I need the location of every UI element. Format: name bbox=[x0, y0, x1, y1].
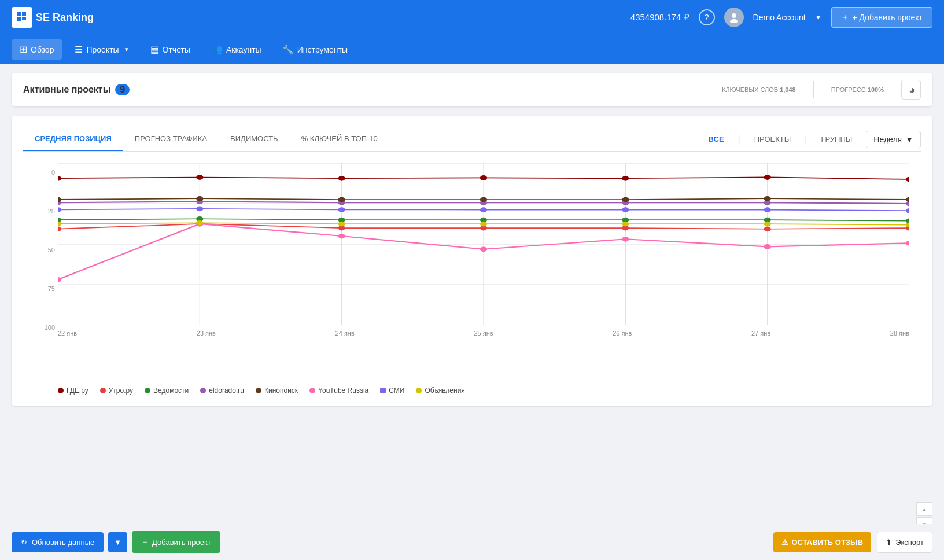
account-name[interactable]: Demo Account bbox=[753, 13, 806, 22]
svg-point-58 bbox=[764, 244, 771, 249]
header-right: 4354908.174 ₽ ? Demo Account ▼ ＋ + Добав… bbox=[630, 7, 932, 28]
nav-label-projects: Проекты bbox=[86, 45, 119, 54]
svg-point-21 bbox=[480, 175, 487, 180]
header-left: SE Ranking bbox=[12, 7, 94, 28]
y-label-0: 0 bbox=[23, 169, 55, 176]
svg-point-23 bbox=[764, 175, 771, 180]
feedback-button[interactable]: ⚠ ОСТАВИТЬ ОТЗЫВ bbox=[773, 532, 872, 552]
svg-rect-1 bbox=[22, 12, 26, 16]
logo-text: SE Ranking bbox=[36, 12, 94, 24]
legend-label-vedomosti: Ведомости bbox=[153, 386, 189, 395]
legend-vedomosti: Ведомости bbox=[145, 386, 189, 395]
project-title-area: Активные проекты 9 bbox=[23, 84, 130, 95]
legend-ads: Объявления bbox=[416, 386, 464, 395]
legend-label-gde: ГДЕ.ру bbox=[67, 386, 89, 395]
add-project-button[interactable]: ＋ + Добавить проект bbox=[831, 7, 932, 28]
chart-container: СРЕДНЯЯ ПОЗИЦИЯ ПРОГНОЗ ТРАФИКА ВИДИМОСТ… bbox=[12, 116, 932, 406]
bottom-bar: ↻ Обновить данные ▼ ＋ Добавить проект ⚠ … bbox=[0, 524, 944, 560]
refresh-dropdown-button[interactable]: ▼ bbox=[108, 532, 127, 552]
legend-dot-gde bbox=[58, 388, 64, 393]
legend-smi: СМИ bbox=[380, 386, 404, 395]
export-button[interactable]: ⬆ Экспорт bbox=[877, 532, 932, 553]
svg-point-47 bbox=[196, 196, 203, 201]
svg-point-5 bbox=[730, 19, 738, 23]
nav-item-projects[interactable]: ☰ Проекты ▼ bbox=[67, 39, 137, 60]
tab-traffic[interactable]: ПРОГНОЗ ТРАФИКА bbox=[123, 127, 219, 151]
legend-dot-youtube bbox=[309, 388, 315, 393]
tab-visibility[interactable]: ВИДИМОСТЬ bbox=[219, 127, 290, 151]
legend-gde: ГДЕ.ру bbox=[58, 386, 89, 395]
svg-point-57 bbox=[622, 237, 629, 242]
svg-point-50 bbox=[622, 197, 629, 202]
svg-point-62 bbox=[338, 207, 345, 212]
svg-point-64 bbox=[622, 207, 629, 212]
keywords-label: КЛЮЧЕВЫХ СЛОВ 1,048 bbox=[722, 86, 796, 93]
x-label-0: 22 янв bbox=[58, 330, 77, 337]
view-all-btn[interactable]: ВСЕ bbox=[704, 132, 729, 146]
svg-rect-0 bbox=[17, 12, 21, 16]
nav-label-overview: Обзор bbox=[31, 45, 54, 54]
tab-top10[interactable]: % КЛЮЧЕЙ В ТОП-10 bbox=[290, 127, 389, 151]
project-stats: КЛЮЧЕВЫХ СЛОВ 1,048 ПРОГРЕСС 100% bbox=[722, 80, 921, 100]
projects-dropdown-icon: ▼ bbox=[124, 46, 130, 53]
add-icon: ＋ bbox=[141, 537, 149, 547]
project-title: Активные проекты bbox=[23, 84, 110, 95]
legend-label-eldorado: eldorado.ru bbox=[209, 386, 244, 395]
svg-rect-2 bbox=[17, 17, 21, 21]
svg-point-30 bbox=[764, 226, 771, 231]
balance-display: 4354908.174 ₽ bbox=[630, 12, 689, 23]
svg-point-52 bbox=[906, 197, 909, 202]
add-project-bottom-button[interactable]: ＋ Добавить проект bbox=[132, 531, 220, 553]
help-button[interactable]: ? bbox=[699, 9, 715, 25]
svg-point-66 bbox=[906, 208, 909, 213]
svg-point-65 bbox=[764, 207, 771, 212]
view-groups-btn[interactable]: ГРУППЫ bbox=[816, 132, 857, 146]
scroll-up-button[interactable]: ▲ bbox=[916, 502, 932, 516]
header: SE Ranking 4354908.174 ₽ ? Demo Account … bbox=[0, 0, 944, 35]
refresh-button[interactable]: ↻ Обновить данные bbox=[12, 532, 104, 552]
avatar bbox=[724, 8, 744, 27]
chart-area: 0 25 50 75 100 bbox=[23, 157, 921, 377]
svg-rect-3 bbox=[22, 17, 26, 20]
x-label-4: 26 янв bbox=[613, 330, 632, 337]
feedback-icon: ⚠ bbox=[781, 538, 788, 547]
svg-point-22 bbox=[622, 176, 629, 181]
view-projects-btn[interactable]: ПРОЕКТЫ bbox=[750, 132, 796, 146]
svg-point-55 bbox=[338, 234, 345, 239]
nav-item-reports[interactable]: ▤ Отчеты bbox=[142, 39, 198, 60]
legend-label-utro: Утро.ру bbox=[109, 386, 133, 395]
reports-icon: ▤ bbox=[150, 44, 159, 55]
legend-youtube: YouTube Russia bbox=[309, 386, 368, 395]
y-label-50: 50 bbox=[23, 246, 55, 253]
nav-item-accounts[interactable]: 👥 Аккаунты bbox=[203, 39, 270, 60]
project-count-badge: 9 bbox=[115, 84, 130, 95]
svg-point-19 bbox=[196, 175, 203, 180]
nav-item-tools[interactable]: 🔧 Инструменты bbox=[274, 39, 356, 60]
chart-tabs: СРЕДНЯЯ ПОЗИЦИЯ ПРОГНОЗ ТРАФИКА ВИДИМОСТ… bbox=[23, 127, 921, 152]
tools-icon: 🔧 bbox=[282, 44, 294, 55]
svg-point-56 bbox=[480, 246, 487, 252]
keywords-stat: КЛЮЧЕВЫХ СЛОВ 1,048 bbox=[722, 86, 796, 93]
accounts-icon: 👥 bbox=[211, 44, 223, 55]
projects-icon: ☰ bbox=[75, 44, 83, 55]
svg-point-67 bbox=[58, 222, 61, 227]
legend-dot-kinopoisk bbox=[256, 388, 261, 393]
progress-stat: ПРОГРЕСС 100% bbox=[831, 86, 884, 93]
legend-utro: Утро.ру bbox=[100, 386, 133, 395]
logo-icon bbox=[12, 7, 32, 28]
legend-dot-ads bbox=[416, 388, 422, 393]
account-dropdown-icon[interactable]: ▼ bbox=[815, 13, 822, 21]
svg-point-18 bbox=[58, 176, 61, 181]
legend-kinopoisk: Кинопоиск bbox=[256, 386, 298, 395]
legend-dot-utro bbox=[100, 388, 106, 393]
svg-point-60 bbox=[58, 207, 61, 212]
legend-dot-eldorado bbox=[200, 388, 206, 393]
svg-point-4 bbox=[732, 13, 736, 18]
period-selector[interactable]: Неделя ▼ bbox=[866, 131, 921, 148]
x-label-6: 28 янв bbox=[890, 330, 909, 337]
legend-dot-smi bbox=[380, 388, 386, 393]
settings-button[interactable] bbox=[901, 80, 921, 100]
tab-avg-position[interactable]: СРЕДНЯЯ ПОЗИЦИЯ bbox=[23, 127, 123, 151]
nav-item-overview[interactable]: ⊞ Обзор bbox=[12, 39, 62, 60]
view-sep-2: | bbox=[805, 134, 807, 145]
